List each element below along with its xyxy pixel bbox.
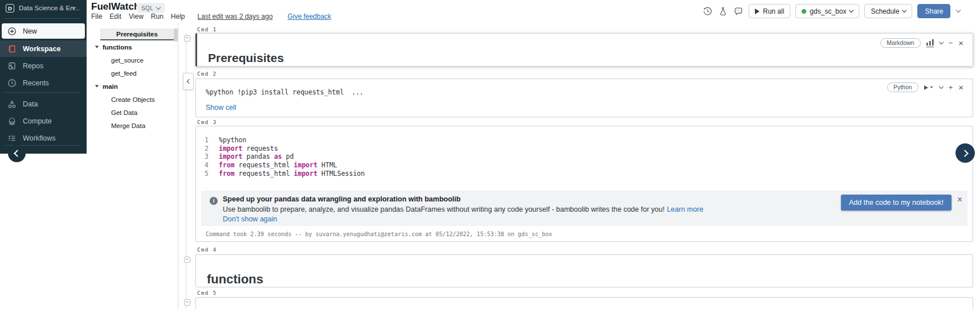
- toc-scrollbar-thumb[interactable]: [174, 28, 178, 42]
- run-all-button[interactable]: Run all: [749, 4, 790, 18]
- close-cell-icon[interactable]: ×: [958, 39, 963, 47]
- code-line[interactable]: 1%python: [196, 136, 973, 145]
- sidebar-item-compute[interactable]: Compute: [0, 113, 87, 129]
- comments-icon[interactable]: [733, 6, 744, 17]
- run-cell-icon[interactable]: [924, 85, 934, 90]
- sidebar: D Data Science & En... New Workspace Rep…: [0, 0, 87, 154]
- sidebar-item-new[interactable]: New: [2, 23, 85, 39]
- table-of-contents: Prerequisitesfunctionsget_sourceget_feed…: [87, 23, 178, 309]
- code-editor[interactable]: 1%python2import requests3import pandas a…: [196, 136, 973, 178]
- experiments-flask-icon[interactable]: [718, 6, 728, 17]
- code-token: from: [219, 161, 235, 169]
- code-token: pandas: [243, 153, 274, 160]
- add-code-to-notebook-button[interactable]: Add the code to my notebook!: [841, 195, 952, 211]
- data-icon: [7, 100, 17, 109]
- revision-history-icon[interactable]: [703, 6, 713, 17]
- workspace-switcher-label[interactable]: Data Science & En...: [19, 5, 79, 11]
- learn-more-link[interactable]: Learn more: [667, 205, 703, 213]
- code-line[interactable]: 5from requests_html import HTMLSession: [196, 169, 973, 178]
- databricks-logo[interactable]: D: [6, 4, 14, 13]
- toc-collapse-handle[interactable]: [183, 73, 194, 90]
- add-cell-icon[interactable]: +: [949, 84, 953, 91]
- command-result-status: Command took 2.39 seconds -- by suvarna.…: [206, 231, 552, 237]
- code-token: requests: [243, 145, 278, 153]
- cell-controls: Markdown − ×: [880, 38, 963, 48]
- toc-item-label: Merge Data: [111, 122, 145, 129]
- cell-heading: functions: [207, 272, 263, 287]
- sidebar-item-data[interactable]: Data: [0, 96, 87, 112]
- give-feedback-link[interactable]: Give feedback: [288, 13, 332, 20]
- share-button[interactable]: Share: [917, 4, 950, 18]
- markdown-cell-prerequisites[interactable]: Prerequisites Markdown − ×: [195, 33, 973, 67]
- workflows-checklist-icon: [7, 134, 17, 143]
- cell-collapse-toggle[interactable]: −: [184, 257, 190, 263]
- toc-item[interactable]: get_source: [87, 53, 178, 67]
- cell-language-pill[interactable]: Markdown: [880, 38, 920, 48]
- code-line[interactable]: 2import requests: [196, 145, 973, 153]
- toc-item-label: get_source: [111, 57, 144, 64]
- header-overflow-chevron-icon[interactable]: [956, 8, 961, 13]
- toc-item-label: get_feed: [111, 70, 137, 77]
- chart-view-icon[interactable]: [926, 39, 934, 47]
- language-badge-label: SQL: [141, 5, 153, 11]
- chevron-down-icon[interactable]: [938, 40, 943, 44]
- toc-item[interactable]: Merge Data: [87, 119, 178, 132]
- sidebar-item-repos[interactable]: Repos: [0, 57, 87, 74]
- collapsed-code-cell[interactable]: %python !pip3 install requests_html ... …: [195, 79, 973, 117]
- code-line[interactable]: 3import pandas as pd: [196, 153, 973, 161]
- scroll-right-button[interactable]: [956, 143, 975, 163]
- caret-down-icon[interactable]: [95, 85, 99, 88]
- menu-help[interactable]: Help: [171, 13, 185, 20]
- banner-body-text: Use bamboolib to prepare, analyze, and v…: [223, 205, 664, 213]
- menu-run[interactable]: Run: [151, 13, 164, 20]
- menu-edit[interactable]: Edit: [109, 13, 121, 20]
- menu-file[interactable]: File: [91, 13, 102, 20]
- toc-item[interactable]: functions: [87, 40, 178, 53]
- code-token: requests_html: [235, 161, 294, 169]
- notebook-title[interactable]: FuelWatch: [91, 1, 140, 13]
- cell-language-pill[interactable]: Python: [887, 83, 918, 92]
- show-cell-link[interactable]: Show cell: [206, 104, 236, 112]
- cell-collapse-toggle[interactable]: −: [184, 299, 190, 306]
- minimize-cell-icon[interactable]: −: [949, 39, 953, 47]
- toc-item[interactable]: Create Objects: [87, 93, 178, 106]
- toc-item-label: Create Objects: [111, 96, 155, 103]
- dont-show-again-link[interactable]: Don't show again: [223, 215, 277, 223]
- menu-view[interactable]: View: [129, 13, 144, 20]
- clock-icon: [7, 79, 17, 88]
- toc-item[interactable]: get_feed: [87, 67, 178, 80]
- cluster-selector-button[interactable]: gds_sc_box: [795, 4, 859, 18]
- toc-item[interactable]: main: [87, 80, 178, 93]
- bamboolib-banner: i Speed up your pandas data wrangling an…: [201, 191, 967, 226]
- banner-close-icon[interactable]: ×: [957, 195, 962, 204]
- close-cell-icon[interactable]: ×: [958, 83, 963, 92]
- python-imports-code-cell[interactable]: 1%python2import requests3import pandas a…: [195, 126, 973, 242]
- code-text: import pandas as pd: [219, 153, 294, 160]
- line-number: 3: [196, 153, 209, 160]
- code-cell-partial[interactable]: [195, 297, 973, 309]
- cluster-status-dot: [802, 9, 806, 14]
- sidebar-item-workflows[interactable]: Workflows: [0, 130, 87, 146]
- schedule-button[interactable]: Schedule: [864, 4, 912, 18]
- code-line[interactable]: 4from requests_html import HTML: [196, 161, 973, 170]
- toc-item-label: Prerequisites: [116, 31, 158, 38]
- caret-down-icon[interactable]: [72, 7, 76, 9]
- sidebar-item-workspace[interactable]: Workspace: [0, 40, 87, 57]
- last-edit-link[interactable]: Last edit was 2 days ago: [198, 13, 273, 20]
- banner-body: Use bamboolib to prepare, analyze, and v…: [223, 205, 703, 213]
- compute-icon: [7, 117, 17, 126]
- cell-collapse-toggle[interactable]: −: [184, 35, 190, 42]
- cell-controls: Python + ×: [887, 83, 963, 92]
- code-text: from requests_html import HTMLSession: [219, 170, 365, 178]
- sidebar-collapse-button[interactable]: [8, 145, 26, 162]
- sidebar-item-label: Workspace: [23, 45, 60, 53]
- cell-label: Cmd 3: [197, 120, 217, 125]
- toc-item[interactable]: Prerequisites: [100, 28, 178, 40]
- markdown-cell-functions[interactable]: functions: [195, 254, 973, 287]
- toc-item[interactable]: Get Data: [87, 106, 178, 119]
- code-text: from requests_html import HTML: [219, 161, 337, 169]
- caret-down-icon[interactable]: [95, 46, 99, 48]
- sidebar-item-recents[interactable]: Recents: [0, 75, 87, 91]
- sidebar-item-label: Recents: [23, 79, 49, 87]
- chevron-down-icon[interactable]: [938, 84, 943, 89]
